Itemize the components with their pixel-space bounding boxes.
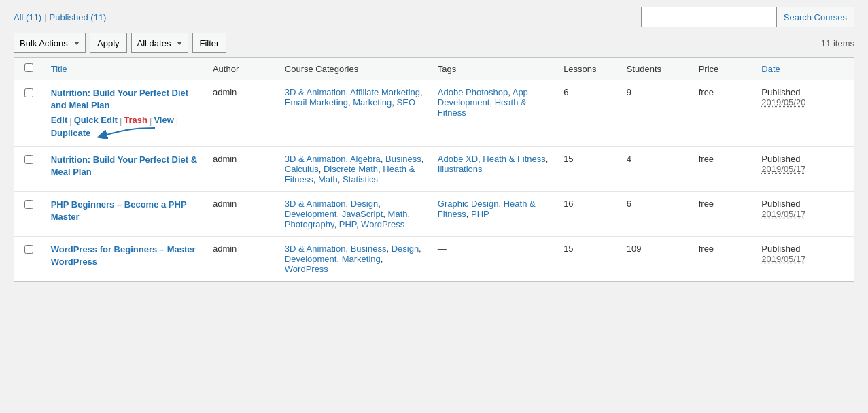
row-author-cell: admin xyxy=(206,80,278,147)
row-date-cell: Published 2019/05/17 xyxy=(754,146,854,191)
row-lessons-cell: 15 xyxy=(557,146,620,191)
row-categories-cell: 3D & Animation, Design, Development, Jav… xyxy=(278,191,431,236)
header-lessons: Lessons xyxy=(557,58,620,80)
row-date-cell: Published 2019/05/20 xyxy=(754,80,854,147)
table-row: WordPress for Beginners – Master WordPre… xyxy=(14,236,854,281)
row-checkbox[interactable] xyxy=(24,245,33,254)
courses-table: Title Author Course Categories Tags Less… xyxy=(14,58,854,281)
items-count: 11 items xyxy=(821,38,854,48)
row-checkbox[interactable] xyxy=(24,88,33,97)
filter-published-label: Published xyxy=(50,12,88,22)
edit-link[interactable]: Edit xyxy=(51,114,68,127)
row-categories-cell: 3D & Animation, Algebra, Business, Calcu… xyxy=(278,146,431,191)
table-header-row: Title Author Course Categories Tags Less… xyxy=(14,58,854,80)
all-dates-select[interactable]: All dates xyxy=(131,33,188,53)
row-students-cell: 9 xyxy=(620,80,692,147)
header-students: Students xyxy=(620,58,692,80)
search-input[interactable] xyxy=(641,7,777,27)
table-row: Nutrition: Build Your Perfect Diet and M… xyxy=(14,80,854,147)
filter-separator: | xyxy=(44,12,46,22)
course-title-link[interactable]: PHP Beginners – Become a PHP Master xyxy=(51,199,187,222)
filter-published-count: (11) xyxy=(90,12,106,22)
row-checkbox[interactable] xyxy=(24,200,33,209)
row-checkbox-cell xyxy=(14,236,44,281)
row-students-cell: 109 xyxy=(620,236,692,281)
view-link[interactable]: View xyxy=(154,114,173,127)
toolbar: Bulk Actions Apply All dates Filter 11 i… xyxy=(14,33,854,53)
course-title-link[interactable]: Nutrition: Build Your Perfect Diet and M… xyxy=(51,88,188,110)
header-date-link[interactable]: Date xyxy=(761,64,780,74)
row-price-cell: free xyxy=(692,146,755,191)
row-author-cell: admin xyxy=(206,146,278,191)
table-row: Nutrition: Build Your Perfect Diet & Mea… xyxy=(14,146,854,191)
row-tags-cell: — xyxy=(431,236,557,281)
toolbar-left: Bulk Actions Apply All dates Filter xyxy=(14,33,226,53)
row-tags-cell: Adobe Photoshop, App Development, Heath … xyxy=(431,80,557,147)
filter-all-count: (11) xyxy=(26,12,41,22)
row-lessons-cell: 6 xyxy=(557,80,620,147)
select-all-checkbox[interactable] xyxy=(24,63,33,72)
row-author-cell: admin xyxy=(206,236,278,281)
row-title-cell: PHP Beginners – Become a PHP Master xyxy=(44,191,206,236)
row-students-cell: 4 xyxy=(620,146,692,191)
arrow-annotation xyxy=(88,125,156,144)
row-lessons-cell: 15 xyxy=(557,236,620,281)
duplicate-link[interactable]: Duplicate xyxy=(51,127,91,139)
table-body: Nutrition: Build Your Perfect Diet and M… xyxy=(14,80,854,281)
filter-all-label: All xyxy=(14,12,23,22)
header-checkbox-cell xyxy=(14,58,44,80)
filter-all-link[interactable]: All (11) xyxy=(14,12,41,22)
row-actions: Edit | Quick Edit | Trash | View | Dupli… xyxy=(51,114,199,139)
apply-button[interactable]: Apply xyxy=(90,33,127,53)
row-price-cell: free xyxy=(692,236,755,281)
filter-published-link[interactable]: Published (11) xyxy=(50,12,107,22)
header-author: Author xyxy=(206,58,278,80)
row-checkbox[interactable] xyxy=(24,155,33,164)
row-categories-cell: 3D & Animation, Business, Design, Develo… xyxy=(278,236,431,281)
row-price-cell: free xyxy=(692,191,755,236)
table-row: PHP Beginners – Become a PHP Master admi… xyxy=(14,191,854,236)
row-checkbox-cell xyxy=(14,146,44,191)
row-tags-cell: Adobe XD, Heath & Fitness, Illustrations xyxy=(431,146,557,191)
header-price: Price xyxy=(692,58,755,80)
search-courses-button[interactable]: Search Courses xyxy=(777,7,854,27)
row-price-cell: free xyxy=(692,80,755,147)
header-tags: Tags xyxy=(431,58,557,80)
row-students-cell: 6 xyxy=(620,191,692,236)
row-title-cell: Nutrition: Build Your Perfect Diet and M… xyxy=(44,80,206,147)
row-checkbox-cell xyxy=(14,80,44,147)
row-date-cell: Published 2019/05/17 xyxy=(754,191,854,236)
bulk-actions-select[interactable]: Bulk Actions xyxy=(14,33,86,53)
row-title-cell: WordPress for Beginners – Master WordPre… xyxy=(44,236,206,281)
filter-button[interactable]: Filter xyxy=(192,33,227,53)
row-date-cell: Published 2019/05/17 xyxy=(754,236,854,281)
row-lessons-cell: 16 xyxy=(557,191,620,236)
courses-table-wrap: Title Author Course Categories Tags Less… xyxy=(14,57,854,282)
course-title-link[interactable]: WordPress for Beginners – Master WordPre… xyxy=(51,244,196,267)
row-author-cell: admin xyxy=(206,191,278,236)
row-tags-cell: Graphic Design, Heath & Fitness, PHP xyxy=(431,191,557,236)
row-categories-cell: 3D & Animation, Affiliate Marketing, Ema… xyxy=(278,80,431,147)
row-title-cell: Nutrition: Build Your Perfect Diet & Mea… xyxy=(44,146,206,191)
header-title: Title xyxy=(44,58,206,80)
search-bar: Search Courses xyxy=(641,7,854,27)
row-checkbox-cell xyxy=(14,191,44,236)
filter-links: All (11) | Published (11) xyxy=(14,12,106,22)
header-title-link[interactable]: Title xyxy=(51,64,67,74)
course-title-link[interactable]: Nutrition: Build Your Perfect Diet & Mea… xyxy=(51,154,197,177)
header-categories: Course Categories xyxy=(278,58,431,80)
header-date: Date xyxy=(754,58,854,80)
